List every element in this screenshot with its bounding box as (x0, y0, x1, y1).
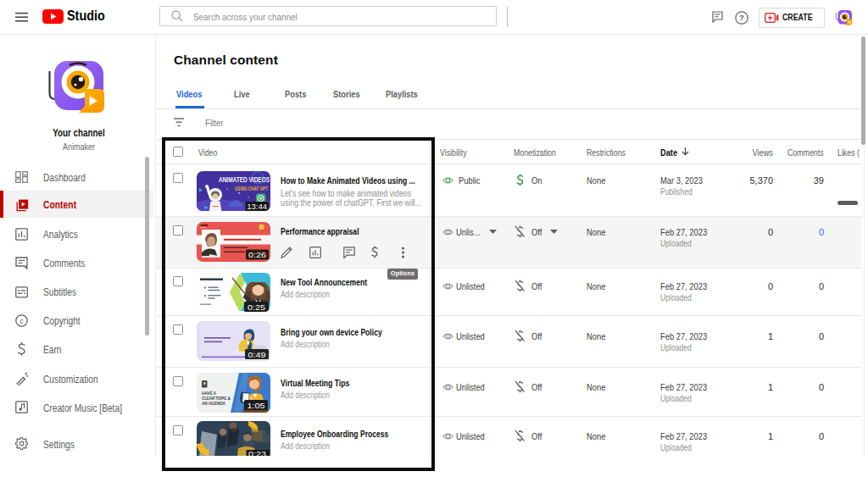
svg-text:?: ? (739, 13, 744, 22)
svg-text:c: c (19, 317, 24, 325)
